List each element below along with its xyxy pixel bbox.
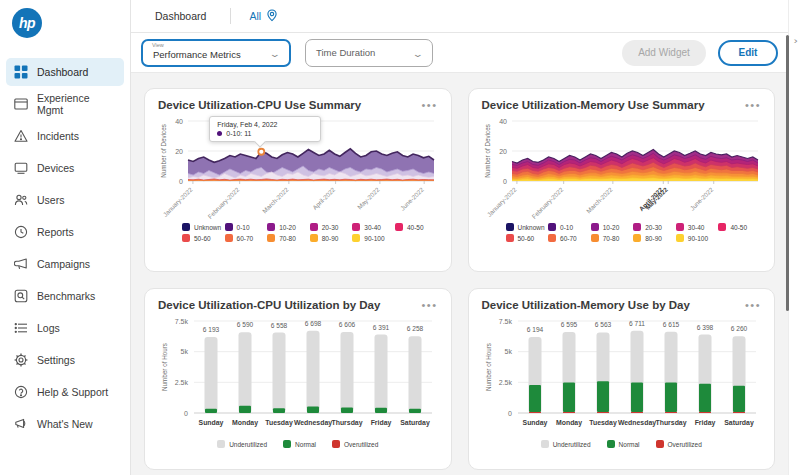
scope-selector[interactable]: All <box>231 9 296 24</box>
sidebar-item-campaigns[interactable]: Campaigns <box>6 250 124 278</box>
sidebar-item-help-support[interactable]: Help & Support <box>6 378 124 406</box>
cpu-summary-chart[interactable]: Friday, Feb 4, 2022 0-10: 11 02040Number… <box>158 113 438 223</box>
sidebar-item-label: Logs <box>37 322 60 334</box>
sidebar-item-dashboard[interactable]: Dashboard <box>6 58 124 86</box>
legend-swatch <box>591 234 599 242</box>
legend-item-10-20[interactable]: 10-20 <box>591 223 634 231</box>
legend-label: 10-20 <box>279 224 296 231</box>
sidebar-item-reports[interactable]: Reports <box>6 218 124 246</box>
add-widget-button[interactable]: Add Widget <box>622 40 706 66</box>
legend-item-overutilized[interactable]: Overutilized <box>656 440 702 448</box>
axis-label: Monday <box>555 419 581 427</box>
sidebar-item-logs[interactable]: Logs <box>6 314 124 342</box>
axis-label: 6 558 <box>271 322 288 329</box>
legend-label: 60-70 <box>237 235 254 242</box>
legend-item-60-70[interactable]: 60-70 <box>225 234 268 242</box>
legend-item-unknown[interactable]: Unknown <box>182 223 225 231</box>
legend-swatch <box>676 223 684 231</box>
sidebar-item-benchmarks[interactable]: Benchmarks <box>6 282 124 310</box>
tab-dashboard[interactable]: Dashboard <box>131 10 230 22</box>
sidebar-item-experience-mgmt[interactable]: Experience Mgmt <box>6 90 124 118</box>
cpu-by-day-chart[interactable]: 02.5k5k7.5kNumber of Hours6 193Sunday6 5… <box>158 313 438 439</box>
bar-normal <box>665 383 677 412</box>
sidebar-item-settings[interactable]: Settings <box>6 346 124 374</box>
location-pin-icon <box>266 9 278 24</box>
legend-item-0-10[interactable]: 0-10 <box>548 223 591 231</box>
time-duration-select[interactable]: Time Duration ⌄ <box>305 39 433 67</box>
legend-item-underutilized[interactable]: Underutilized <box>217 440 267 448</box>
legend-item-0-10[interactable]: 0-10 <box>225 223 268 231</box>
legend-swatch <box>395 223 403 231</box>
axis-label: Friday <box>694 419 715 427</box>
axis-label: February-2022 <box>206 185 241 219</box>
legend-item-normal[interactable]: Normal <box>283 440 316 448</box>
card-menu-icon[interactable]: ••• <box>421 102 437 108</box>
legend-item-normal[interactable]: Normal <box>607 440 640 448</box>
bar-normal <box>529 385 541 412</box>
legend-item-80-90[interactable]: 80-90 <box>633 234 676 242</box>
legend-item-10-20[interactable]: 10-20 <box>267 223 310 231</box>
sidebar-item-devices[interactable]: Devices <box>6 154 124 182</box>
legend-label: Overutilized <box>668 441 702 448</box>
card-title: Device Utilization-Memory Use Summary <box>482 99 705 111</box>
edit-button[interactable]: Edit <box>718 40 778 66</box>
sidebar-item-incidents[interactable]: Incidents <box>6 122 124 150</box>
axis-label: Number of Hours <box>485 343 492 391</box>
bar-underutilized <box>341 332 354 413</box>
legend-item-40-50[interactable]: 40-50 <box>718 223 761 231</box>
memory-summary-chart[interactable]: 02040Number of DevicesJanuary-2022Februa… <box>482 113 762 223</box>
legend-item-70-80[interactable]: 70-80 <box>267 234 310 242</box>
legend-item-30-40[interactable]: 30-40 <box>352 223 395 231</box>
legend-item-90-100[interactable]: 90-100 <box>676 234 719 242</box>
legend-label: 20-30 <box>322 224 339 231</box>
bar-overutilized <box>733 412 745 413</box>
legend-swatch <box>541 440 549 448</box>
sidebar-item-what-s-new[interactable]: What's New <box>6 410 124 438</box>
legend-item-overutilized[interactable]: Overutilized <box>332 440 378 448</box>
sidebar-item-label: Help & Support <box>37 386 108 398</box>
bar-chart-svg: 02.5k5k7.5kNumber of Hours6 194Sunday6 5… <box>482 313 764 435</box>
app-root: hp DashboardExperience MgmtIncidentsDevi… <box>0 0 801 475</box>
axis-label: Number of Devices <box>484 124 491 178</box>
sidebar-item-users[interactable]: Users <box>6 186 124 214</box>
chart-legend: UnderutilizedNormalOverutilized <box>158 440 438 448</box>
legend-item-90-100[interactable]: 90-100 <box>352 234 395 242</box>
card-cpu-use-summary: Device Utilization-CPU Use Summary ••• F… <box>144 88 452 272</box>
legend-swatch <box>182 223 190 231</box>
legend-label: 30-40 <box>364 224 381 231</box>
legend-item-60-70[interactable]: 60-70 <box>548 234 591 242</box>
legend-item-30-40[interactable]: 30-40 <box>676 223 719 231</box>
legend-item-50-60[interactable]: 50-60 <box>182 234 225 242</box>
incidents-icon <box>14 129 28 143</box>
axis-label: 6 615 <box>662 321 679 328</box>
vertical-scrollbar[interactable] <box>786 35 789 311</box>
legend-item-40-50[interactable]: 40-50 <box>395 223 438 231</box>
bar-overutilized <box>699 412 711 413</box>
bar-underutilized <box>307 331 320 413</box>
sidebar-item-label: Users <box>37 194 64 206</box>
memory-by-day-chart[interactable]: 02.5k5k7.5kNumber of Hours6 194Sunday6 5… <box>482 313 762 439</box>
legend-item-underutilized[interactable]: Underutilized <box>541 440 591 448</box>
axis-label: January-2022 <box>161 185 194 218</box>
axis-label: Wednesday <box>617 419 655 427</box>
legend-item-20-30[interactable]: 20-30 <box>633 223 676 231</box>
legend-label: Normal <box>619 441 640 448</box>
sidebar-item-label: Campaigns <box>37 258 90 270</box>
legend-item-unknown[interactable]: Unknown <box>506 223 549 231</box>
view-select[interactable]: View Performance Metrics ⌄ <box>141 39 291 67</box>
card-menu-icon[interactable]: ••• <box>745 102 761 108</box>
legend-item-20-30[interactable]: 20-30 <box>310 223 353 231</box>
expand-panel-icon[interactable]: › <box>793 36 797 475</box>
axis-label: 7.5k <box>498 318 512 325</box>
axis-label: 20 <box>499 148 507 155</box>
bar-normal <box>307 407 319 413</box>
legend-item-80-90[interactable]: 80-90 <box>310 234 353 242</box>
card-title: Device Utilization-Memory Use by Day <box>482 299 690 311</box>
card-menu-icon[interactable]: ••• <box>421 302 437 308</box>
hp-logo[interactable]: hp <box>12 8 42 38</box>
legend-item-70-80[interactable]: 70-80 <box>591 234 634 242</box>
card-menu-icon[interactable]: ••• <box>745 302 761 308</box>
legend-item-50-60[interactable]: 50-60 <box>506 234 549 242</box>
axis-label: 6 260 <box>730 325 747 332</box>
bar-underutilized <box>273 333 286 413</box>
